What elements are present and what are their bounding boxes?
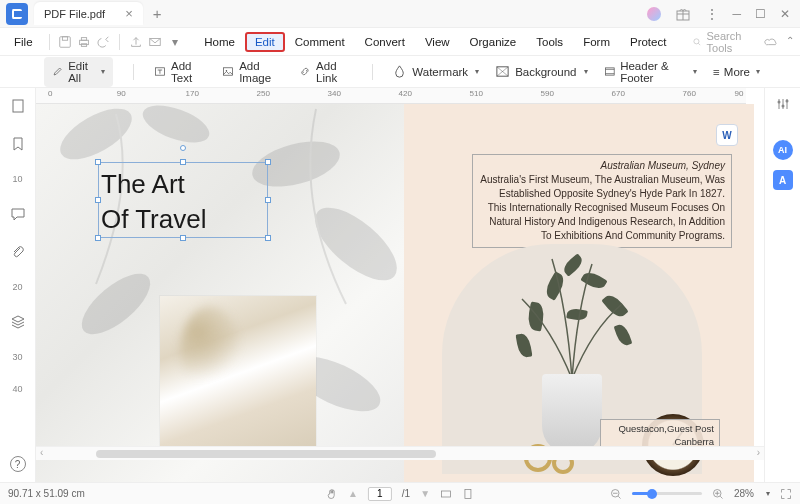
more-button[interactable]: ≡ More▾	[713, 66, 760, 78]
header-footer-label: Header & Footer	[620, 60, 686, 84]
sliders-icon[interactable]	[775, 96, 791, 112]
resize-handle-n[interactable]	[180, 159, 186, 165]
search-tools[interactable]: Search Tools	[692, 30, 760, 54]
svg-rect-26	[465, 489, 471, 498]
pencil-icon	[52, 64, 63, 79]
canvas[interactable]: 0 90 170 250 340 420 510 590 670 760 90	[36, 88, 764, 482]
bookmarks-icon[interactable]	[10, 136, 26, 152]
resize-handle-s[interactable]	[180, 235, 186, 241]
page-right-half: Australian Museum, Sydney Australia's Fi…	[404, 104, 754, 482]
more-label: More	[724, 66, 750, 78]
minimize-button[interactable]: ─	[732, 7, 741, 21]
file-menu[interactable]: File	[6, 36, 41, 48]
zoom-out-icon[interactable]	[610, 488, 622, 500]
menu-organize[interactable]: Organize	[460, 32, 527, 52]
menu-tools[interactable]: Tools	[526, 32, 573, 52]
help-icon[interactable]: ?	[10, 456, 26, 472]
rotate-handle[interactable]	[180, 145, 186, 151]
close-tab-icon[interactable]: ×	[125, 6, 133, 21]
menu-edit[interactable]: Edit	[245, 32, 285, 52]
watermark-label: Watermark	[412, 66, 468, 78]
vase	[542, 374, 602, 454]
svg-point-17	[138, 104, 214, 150]
fit-page-icon[interactable]	[462, 488, 474, 500]
ruler-mark: 340	[328, 89, 341, 98]
document-tab[interactable]: PDF File.pdf ×	[34, 2, 143, 25]
selected-text-box[interactable]: The Art Of Travel	[98, 162, 268, 238]
menu-comment[interactable]: Comment	[285, 32, 355, 52]
ai-badge[interactable]: AI	[773, 140, 793, 160]
zoom-slider[interactable]	[632, 492, 702, 495]
svg-point-22	[777, 101, 780, 104]
theme-orb-icon[interactable]	[647, 7, 661, 21]
horizontal-scrollbar[interactable]: ‹ ›	[36, 446, 764, 460]
background-icon	[495, 64, 510, 79]
save-icon[interactable]	[57, 33, 72, 51]
watermark-button[interactable]: Watermark▾	[392, 64, 479, 79]
scroll-left-icon[interactable]: ‹	[40, 447, 43, 458]
kebab-menu-icon[interactable]: ⋮	[705, 6, 718, 22]
comments-icon[interactable]	[10, 206, 26, 222]
header-footer-button[interactable]: Header & Footer▾	[604, 60, 698, 84]
resize-handle-nw[interactable]	[95, 159, 101, 165]
add-link-button[interactable]: Add Link	[299, 60, 351, 84]
menu-home[interactable]: Home	[194, 32, 245, 52]
zoom-dropdown-icon[interactable]: ▾	[766, 489, 770, 498]
document-page[interactable]: The Art Of Travel Australian Museum, Syd…	[36, 104, 764, 482]
prev-page-icon[interactable]: ▲	[348, 488, 358, 499]
scroll-right-icon[interactable]: ›	[757, 447, 760, 458]
menu-protect[interactable]: Protect	[620, 32, 676, 52]
svg-rect-4	[82, 37, 87, 40]
fit-width-icon[interactable]	[440, 488, 452, 500]
gift-icon[interactable]	[675, 6, 691, 22]
next-page-icon[interactable]: ▼	[420, 488, 430, 499]
edit-all-button[interactable]: Edit All▾	[44, 57, 113, 87]
close-window-button[interactable]: ✕	[780, 7, 790, 21]
svg-rect-9	[224, 68, 233, 75]
resize-handle-ne[interactable]	[265, 159, 271, 165]
dropdown-icon[interactable]: ▾	[167, 33, 182, 51]
background-button[interactable]: Background▾	[495, 64, 587, 79]
add-image-button[interactable]: Add Image	[222, 60, 283, 84]
attachments-icon[interactable]	[10, 244, 26, 260]
print-icon[interactable]	[77, 33, 92, 51]
photo-flowers-left[interactable]	[160, 296, 316, 452]
menu-convert[interactable]: Convert	[355, 32, 415, 52]
ruler-mark: 20	[12, 282, 22, 292]
hand-tool-icon[interactable]	[326, 488, 338, 500]
left-sidebar: 10 20 30 40 ?	[0, 88, 36, 482]
zoom-thumb[interactable]	[647, 489, 657, 499]
maximize-button[interactable]: ☐	[755, 7, 766, 21]
resize-handle-se[interactable]	[265, 235, 271, 241]
fullscreen-icon[interactable]	[780, 488, 792, 500]
layers-icon[interactable]	[10, 314, 26, 330]
svg-point-7	[694, 38, 699, 43]
a-badge[interactable]: A	[773, 170, 793, 190]
menubar: File ▾ Home Edit Comment Convert View Or…	[0, 28, 800, 56]
svg-rect-25	[442, 491, 451, 497]
resize-handle-e[interactable]	[265, 197, 271, 203]
zoom-in-icon[interactable]	[712, 488, 724, 500]
menu-view[interactable]: View	[415, 32, 460, 52]
svg-point-20	[72, 263, 159, 345]
email-icon[interactable]	[148, 33, 163, 51]
menu-form[interactable]: Form	[573, 32, 620, 52]
page-input[interactable]	[368, 487, 392, 501]
header-footer-icon	[604, 64, 616, 79]
ruler-mark: 90	[117, 89, 126, 98]
museum-info-box[interactable]: Australian Museum, Sydney Australia's Fi…	[472, 154, 732, 248]
undo-icon[interactable]	[96, 33, 111, 51]
resize-handle-w[interactable]	[95, 197, 101, 203]
ruler-mark: 170	[186, 89, 199, 98]
collapse-ribbon-icon[interactable]: ⌃	[786, 35, 794, 49]
horizontal-ruler: 0 90 170 250 340 420 510 590 670 760 90	[36, 88, 746, 104]
cloud-icon[interactable]	[764, 35, 778, 49]
resize-handle-sw[interactable]	[95, 235, 101, 241]
thumbnails-icon[interactable]	[10, 98, 26, 114]
new-tab-button[interactable]: +	[153, 5, 162, 22]
title-text[interactable]: The Art Of Travel	[99, 163, 267, 241]
scrollbar-thumb[interactable]	[96, 450, 436, 458]
word-export-badge[interactable]: W	[716, 124, 738, 146]
add-text-button[interactable]: Add Text	[154, 60, 206, 84]
share-icon[interactable]	[128, 33, 143, 51]
